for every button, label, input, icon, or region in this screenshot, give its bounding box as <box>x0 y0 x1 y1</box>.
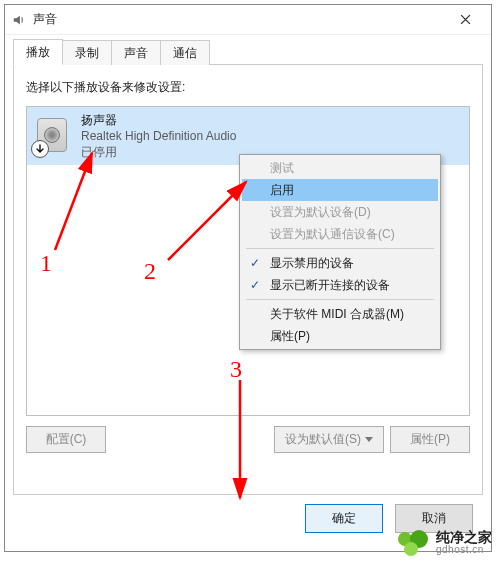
ctx-item-show-disabled[interactable]: 显示禁用的设备 <box>242 252 438 274</box>
device-subtitle: Realtek High Definition Audio <box>81 128 236 144</box>
ctx-item-properties[interactable]: 属性(P) <box>242 325 438 347</box>
tab-sounds[interactable]: 声音 <box>111 40 161 65</box>
ctx-separator-1 <box>246 248 434 249</box>
watermark-text: 纯净之家 gdhost.cn <box>436 530 492 555</box>
dialog-body: 播放 录制 声音 通信 选择以下播放设备来修改设置: 扬声器 <box>13 39 483 543</box>
context-menu: 测试 启用 设置为默认设备(D) 设置为默认通信设备(C) 显示禁用的设备 显示… <box>239 154 441 350</box>
chevron-down-icon <box>365 437 373 442</box>
ctx-item-test[interactable]: 测试 <box>242 157 438 179</box>
ctx-item-set-default[interactable]: 设置为默认设备(D) <box>242 201 438 223</box>
device-status: 已停用 <box>81 144 236 160</box>
window-title: 声音 <box>33 11 445 28</box>
app-icon <box>11 12 27 28</box>
set-default-button[interactable]: 设为默认值(S) <box>274 426 384 453</box>
device-text: 扬声器 Realtek High Definition Audio 已停用 <box>81 112 236 161</box>
tab-communications[interactable]: 通信 <box>160 40 210 65</box>
titlebar: 声音 <box>5 5 491 35</box>
panel-button-row: 配置(C) 设为默认值(S) 属性(P) <box>26 426 470 453</box>
speaker-icon <box>33 116 73 156</box>
ok-button[interactable]: 确定 <box>305 504 383 533</box>
instruction-text: 选择以下播放设备来修改设置: <box>26 79 470 96</box>
properties-button[interactable]: 属性(P) <box>390 426 470 453</box>
watermark-logo-icon <box>396 530 430 556</box>
watermark-name: 纯净之家 <box>436 530 492 545</box>
ctx-item-set-default-comm[interactable]: 设置为默认通信设备(C) <box>242 223 438 245</box>
ctx-item-about-midi[interactable]: 关于软件 MIDI 合成器(M) <box>242 303 438 325</box>
tab-playback[interactable]: 播放 <box>13 39 63 65</box>
ctx-item-show-disconnected[interactable]: 显示已断开连接的设备 <box>242 274 438 296</box>
close-button[interactable] <box>445 6 485 34</box>
tab-strip: 播放 录制 声音 通信 <box>13 39 483 65</box>
sound-dialog-window: 声音 播放 录制 声音 通信 选择以下播放设备来修改设置: <box>4 4 492 552</box>
disabled-badge-icon <box>31 140 49 158</box>
device-title: 扬声器 <box>81 112 236 128</box>
set-default-label: 设为默认值(S) <box>285 431 361 448</box>
watermark-url: gdhost.cn <box>436 545 492 556</box>
watermark: 纯净之家 gdhost.cn <box>396 530 492 556</box>
ctx-item-enable[interactable]: 启用 <box>242 179 438 201</box>
tab-recording[interactable]: 录制 <box>62 40 112 65</box>
configure-button[interactable]: 配置(C) <box>26 426 106 453</box>
close-icon <box>460 14 471 25</box>
ctx-separator-2 <box>246 299 434 300</box>
